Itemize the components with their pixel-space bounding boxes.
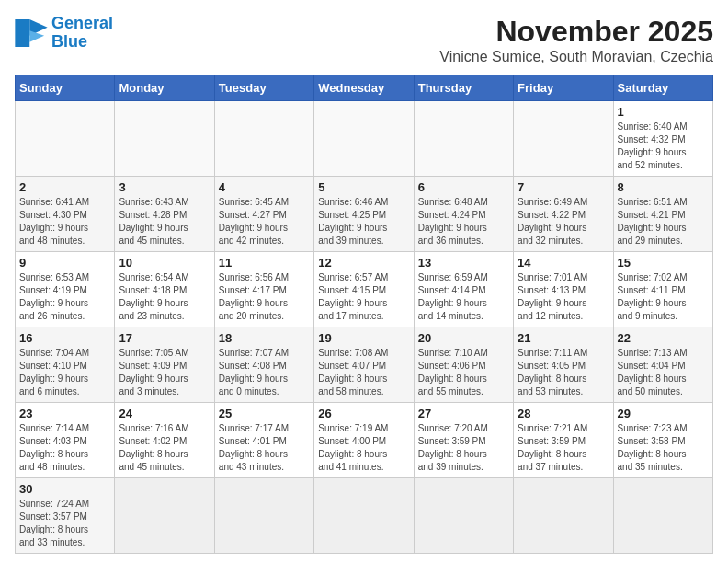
calendar-cell: 2Sunrise: 6:41 AM Sunset: 4:30 PM Daylig… [16,177,115,252]
day-number: 7 [518,180,609,194]
calendar-cell: 28Sunrise: 7:21 AM Sunset: 3:59 PM Dayli… [514,403,613,478]
day-info: Sunrise: 6:46 AM Sunset: 4:25 PM Dayligh… [318,196,409,247]
calendar-cell: 26Sunrise: 7:19 AM Sunset: 4:00 PM Dayli… [314,403,414,478]
day-number: 29 [618,407,709,420]
col-header-wednesday: Wednesday [314,75,414,101]
day-number: 20 [418,331,509,345]
calendar-row: 30Sunrise: 7:24 AM Sunset: 3:57 PM Dayli… [16,478,713,554]
calendar-cell: 13Sunrise: 6:59 AM Sunset: 4:14 PM Dayli… [414,252,513,327]
calendar-cell: 9Sunrise: 6:53 AM Sunset: 4:19 PM Daylig… [16,252,115,327]
logo: General Blue [15,15,113,52]
svg-rect-0 [15,19,29,47]
col-header-friday: Friday [514,75,613,101]
day-info: Sunrise: 7:13 AM Sunset: 4:04 PM Dayligh… [618,347,709,398]
calendar-cell: 10Sunrise: 6:54 AM Sunset: 4:18 PM Dayli… [115,252,214,327]
day-info: Sunrise: 6:41 AM Sunset: 4:30 PM Dayligh… [19,196,110,247]
calendar-body: 1Sunrise: 6:40 AM Sunset: 4:32 PM Daylig… [16,101,713,554]
calendar-cell: 4Sunrise: 6:45 AM Sunset: 4:27 PM Daylig… [214,177,313,252]
calendar-cell: 24Sunrise: 7:16 AM Sunset: 4:02 PM Dayli… [115,403,214,478]
day-info: Sunrise: 6:48 AM Sunset: 4:24 PM Dayligh… [418,196,509,247]
day-info: Sunrise: 6:56 AM Sunset: 4:17 PM Dayligh… [219,271,310,323]
calendar-cell: 17Sunrise: 7:05 AM Sunset: 4:09 PM Dayli… [115,327,214,403]
calendar-cell: 23Sunrise: 7:14 AM Sunset: 4:03 PM Dayli… [16,403,115,478]
day-number: 11 [219,256,310,270]
calendar-row: 2Sunrise: 6:41 AM Sunset: 4:30 PM Daylig… [16,177,713,252]
day-info: Sunrise: 6:43 AM Sunset: 4:28 PM Dayligh… [119,196,210,247]
calendar-cell [214,478,313,554]
calendar-cell: 8Sunrise: 6:51 AM Sunset: 4:21 PM Daylig… [613,177,712,252]
svg-marker-2 [29,30,44,41]
calendar-cell: 19Sunrise: 7:08 AM Sunset: 4:07 PM Dayli… [314,327,414,403]
calendar-cell: 12Sunrise: 6:57 AM Sunset: 4:15 PM Dayli… [314,252,414,327]
day-info: Sunrise: 7:05 AM Sunset: 4:09 PM Dayligh… [119,347,210,398]
day-number: 5 [318,180,409,194]
day-number: 30 [19,482,110,496]
calendar-cell [314,478,414,554]
col-header-monday: Monday [115,75,214,101]
calendar-cell: 15Sunrise: 7:02 AM Sunset: 4:11 PM Dayli… [613,252,712,327]
day-info: Sunrise: 7:21 AM Sunset: 3:59 PM Dayligh… [518,422,609,474]
calendar-header: SundayMondayTuesdayWednesdayThursdayFrid… [16,75,713,101]
calendar: SundayMondayTuesdayWednesdayThursdayFrid… [15,75,713,554]
calendar-cell [115,101,214,177]
calendar-row: 9Sunrise: 6:53 AM Sunset: 4:19 PM Daylig… [16,252,713,327]
day-info: Sunrise: 6:40 AM Sunset: 4:32 PM Dayligh… [618,121,709,172]
day-number: 28 [518,407,609,420]
day-info: Sunrise: 7:01 AM Sunset: 4:13 PM Dayligh… [518,271,609,323]
day-info: Sunrise: 7:16 AM Sunset: 4:02 PM Dayligh… [119,422,210,474]
day-number: 12 [318,256,409,270]
calendar-cell: 1Sunrise: 6:40 AM Sunset: 4:32 PM Daylig… [613,101,712,177]
calendar-cell: 25Sunrise: 7:17 AM Sunset: 4:01 PM Dayli… [214,403,313,478]
day-number: 21 [518,331,609,345]
day-info: Sunrise: 6:59 AM Sunset: 4:14 PM Dayligh… [418,271,509,323]
calendar-cell [115,478,214,554]
calendar-cell [613,478,712,554]
day-info: Sunrise: 7:20 AM Sunset: 3:59 PM Dayligh… [418,422,509,474]
day-number: 19 [318,331,409,345]
calendar-cell: 5Sunrise: 6:46 AM Sunset: 4:25 PM Daylig… [314,177,414,252]
day-number: 8 [618,180,709,194]
calendar-cell: 20Sunrise: 7:10 AM Sunset: 4:06 PM Dayli… [414,327,513,403]
calendar-cell [214,101,313,177]
day-number: 25 [219,407,310,420]
calendar-cell: 30Sunrise: 7:24 AM Sunset: 3:57 PM Dayli… [16,478,115,554]
day-number: 4 [219,180,310,194]
day-number: 9 [19,256,110,270]
header: General Blue November 2025 Vinicne Sumic… [15,15,713,65]
day-info: Sunrise: 7:02 AM Sunset: 4:11 PM Dayligh… [618,271,709,323]
day-number: 1 [618,105,709,119]
day-number: 15 [618,256,709,270]
day-info: Sunrise: 6:57 AM Sunset: 4:15 PM Dayligh… [318,271,409,323]
day-number: 17 [119,331,210,345]
header-row: SundayMondayTuesdayWednesdayThursdayFrid… [16,75,713,101]
day-info: Sunrise: 7:10 AM Sunset: 4:06 PM Dayligh… [418,347,509,398]
day-info: Sunrise: 7:11 AM Sunset: 4:05 PM Dayligh… [518,347,609,398]
calendar-cell: 27Sunrise: 7:20 AM Sunset: 3:59 PM Dayli… [414,403,513,478]
month-title: November 2025 [439,15,713,49]
calendar-row: 23Sunrise: 7:14 AM Sunset: 4:03 PM Dayli… [16,403,713,478]
calendar-cell [414,101,513,177]
calendar-cell: 21Sunrise: 7:11 AM Sunset: 4:05 PM Dayli… [514,327,613,403]
day-info: Sunrise: 7:14 AM Sunset: 4:03 PM Dayligh… [19,422,110,474]
calendar-cell [514,478,613,554]
calendar-cell [414,478,513,554]
logo-text: General Blue [51,15,113,52]
calendar-cell: 29Sunrise: 7:23 AM Sunset: 3:58 PM Dayli… [613,403,712,478]
col-header-thursday: Thursday [414,75,513,101]
day-info: Sunrise: 7:04 AM Sunset: 4:10 PM Dayligh… [19,347,110,398]
calendar-cell: 16Sunrise: 7:04 AM Sunset: 4:10 PM Dayli… [16,327,115,403]
calendar-cell: 11Sunrise: 6:56 AM Sunset: 4:17 PM Dayli… [214,252,313,327]
location-title: Vinicne Sumice, South Moravian, Czechia [439,49,713,65]
day-number: 27 [418,407,509,420]
day-number: 16 [19,331,110,345]
day-number: 14 [518,256,609,270]
day-number: 23 [19,407,110,420]
day-number: 22 [618,331,709,345]
day-number: 13 [418,256,509,270]
day-number: 2 [19,180,110,194]
day-info: Sunrise: 7:07 AM Sunset: 4:08 PM Dayligh… [219,347,310,398]
calendar-cell [514,101,613,177]
day-number: 26 [318,407,409,420]
calendar-cell: 18Sunrise: 7:07 AM Sunset: 4:08 PM Dayli… [214,327,313,403]
day-info: Sunrise: 6:49 AM Sunset: 4:22 PM Dayligh… [518,196,609,247]
